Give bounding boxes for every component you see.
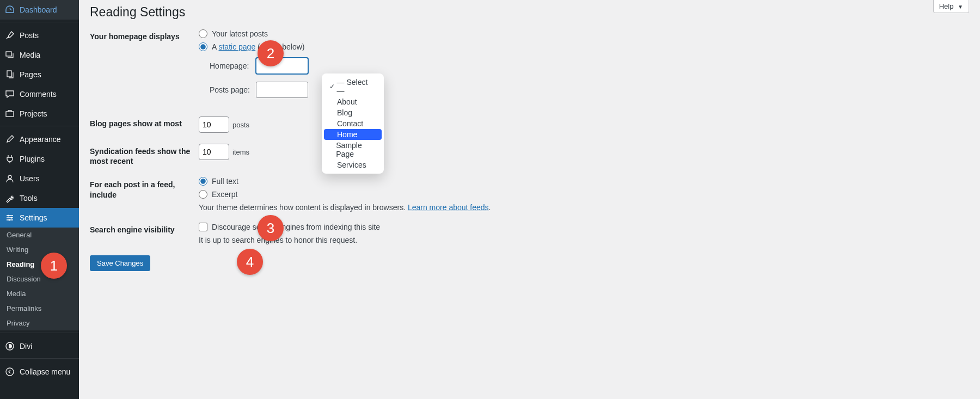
posts-page-select[interactable] <box>256 82 308 98</box>
sidebar-item-label: Projects <box>20 109 47 118</box>
sidebar-item-media[interactable]: Media <box>0 45 79 65</box>
radio-latest-posts[interactable] <box>199 29 207 38</box>
dropdown-option-about[interactable]: About <box>324 96 382 107</box>
sidebar-item-divi[interactable]: Divi <box>0 336 79 356</box>
discourage-label: Discourage search engines from indexing … <box>212 223 380 231</box>
chevron-down-icon: ▼ <box>958 4 963 10</box>
svg-rect-0 <box>6 52 11 56</box>
page-title: Reading Settings <box>90 0 969 22</box>
help-tab[interactable]: Help ▼ <box>933 0 969 13</box>
sidebar-item-settings[interactable]: Settings <box>0 208 79 228</box>
sidebar-item-label: Users <box>20 174 40 183</box>
help-label: Help <box>939 2 954 10</box>
static-page-link[interactable]: static page <box>218 42 255 51</box>
syndication-input[interactable] <box>199 144 229 160</box>
sidebar-item-label: Divi <box>20 342 32 351</box>
sidebar-item-label: Comments <box>20 90 57 99</box>
divi-icon <box>4 341 15 352</box>
dropdown-option-blog[interactable]: Blog <box>324 107 382 118</box>
brush-icon <box>4 134 15 145</box>
row-homepage-displays: Your homepage displays Your latest posts… <box>90 29 969 106</box>
search-desc: It is up to search engines to honor this… <box>199 236 969 244</box>
sidebar-item-appearance[interactable]: Appearance <box>0 130 79 149</box>
blog-pages-label: Blog pages show at most <box>90 116 199 128</box>
sidebar-item-label: Posts <box>20 31 39 40</box>
dropdown-option-services[interactable]: Services <box>324 159 382 170</box>
sidebar-item-label: Settings <box>20 213 47 222</box>
svg-point-5 <box>11 217 13 219</box>
submenu-reading[interactable]: Reading <box>0 257 79 272</box>
dropdown-option-select[interactable]: ✓— Select — <box>324 77 382 96</box>
submenu-permalinks[interactable]: Permalinks <box>0 301 79 316</box>
media-icon <box>4 50 15 60</box>
separator <box>0 20 79 22</box>
sidebar-item-label: Tools <box>20 194 38 202</box>
radio-static-page[interactable] <box>199 42 207 51</box>
submenu-writing[interactable]: Writing <box>0 242 79 257</box>
sliders-icon <box>4 212 15 223</box>
svg-rect-1 <box>7 71 11 77</box>
comment-icon <box>4 89 15 100</box>
dropdown-option-sample[interactable]: Sample Page <box>324 140 382 159</box>
annotation-badge-1: 1 <box>41 253 67 279</box>
sidebar-item-comments[interactable]: Comments <box>0 84 79 104</box>
collapse-icon <box>4 366 15 377</box>
briefcase-icon <box>4 108 15 119</box>
wrench-icon <box>4 193 15 204</box>
dropdown-option-home[interactable]: Home <box>324 129 382 140</box>
user-icon <box>4 173 15 184</box>
sidebar-item-tools[interactable]: Tools <box>0 188 79 208</box>
sidebar-item-label: Dashboard <box>20 5 57 14</box>
search-visibility-label: Search engine visibility <box>90 223 199 234</box>
submenu-general[interactable]: General <box>0 228 79 242</box>
plug-icon <box>4 154 15 164</box>
excerpt-label: Excerpt <box>212 190 237 199</box>
submenu-media[interactable]: Media <box>0 286 79 301</box>
admin-sidebar: Dashboard Posts Media Pages Comments Pro… <box>0 0 79 399</box>
sidebar-item-plugins[interactable]: Plugins <box>0 149 79 169</box>
discourage-checkbox[interactable] <box>199 223 207 231</box>
full-text-label: Full text <box>212 177 238 186</box>
svg-point-8 <box>6 368 14 376</box>
radio-full-text[interactable] <box>199 177 207 186</box>
annotation-badge-4: 4 <box>237 249 263 275</box>
sidebar-item-posts[interactable]: Posts <box>0 26 79 45</box>
radio-latest-label: Your latest posts <box>212 29 268 38</box>
homepage-dropdown-panel: ✓— Select — About Blog Contact Home Samp… <box>322 73 384 174</box>
pages-icon <box>4 69 15 80</box>
homepage-displays-label: Your homepage displays <box>90 29 199 41</box>
main-content: Help ▼ Reading Settings Your homepage di… <box>79 0 980 399</box>
svg-point-6 <box>9 219 10 221</box>
sidebar-item-label: Plugins <box>20 155 45 163</box>
svg-point-3 <box>8 175 11 179</box>
save-button[interactable]: Save Changes <box>90 255 150 271</box>
sidebar-collapse[interactable]: Collapse menu <box>0 362 79 382</box>
check-icon: ✓ <box>329 83 337 90</box>
sidebar-item-projects[interactable]: Projects <box>0 104 79 124</box>
sidebar-item-users[interactable]: Users <box>0 169 79 188</box>
settings-submenu: General Writing Reading Discussion Media… <box>0 228 79 330</box>
feed-include-label: For each post in a feed, include <box>90 177 199 199</box>
posts-page-label: Posts page: <box>210 85 256 94</box>
submenu-privacy[interactable]: Privacy <box>0 316 79 330</box>
syndication-unit: items <box>232 148 249 156</box>
separator <box>0 124 79 126</box>
sidebar-item-label: Appearance <box>20 135 61 144</box>
annotation-badge-2: 2 <box>258 40 284 66</box>
row-feed-include: For each post in a feed, include Full te… <box>90 177 969 212</box>
radio-excerpt[interactable] <box>199 190 207 199</box>
pin-icon <box>4 30 15 41</box>
sidebar-item-label: Collapse menu <box>20 367 70 376</box>
learn-feeds-link[interactable]: Learn more about feeds <box>408 203 489 212</box>
blog-pages-input[interactable] <box>199 116 229 133</box>
sidebar-item-dashboard[interactable]: Dashboard <box>0 0 79 20</box>
sidebar-item-label: Media <box>20 51 40 59</box>
feed-desc: Your theme determines how content is dis… <box>199 203 969 212</box>
submenu-discussion[interactable]: Discussion <box>0 272 79 286</box>
sidebar-item-pages[interactable]: Pages <box>0 65 79 84</box>
blog-pages-unit: posts <box>232 121 249 129</box>
separator <box>0 330 79 333</box>
sidebar-item-label: Pages <box>20 70 41 79</box>
dropdown-option-contact[interactable]: Contact <box>324 118 382 129</box>
gauge-icon <box>4 4 15 15</box>
